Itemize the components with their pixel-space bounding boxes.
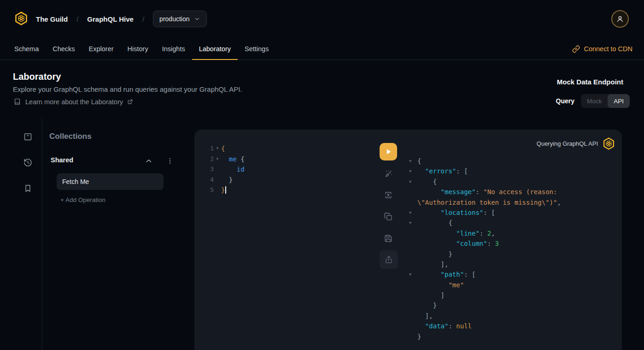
- fold-gutter: [405, 259, 417, 269]
- query-editor[interactable]: 1▼{2▼ me {3 id4 }5}: [194, 143, 245, 196]
- breadcrumb-project[interactable]: GraphQL Hive: [87, 15, 134, 23]
- code-line: "line": 2,: [405, 228, 561, 238]
- chevron-up-icon[interactable]: [145, 157, 153, 165]
- tab-checks[interactable]: Checks: [46, 38, 82, 59]
- breadcrumb-separator: /: [142, 15, 144, 23]
- code-line: ▼ "errors": [: [405, 166, 561, 176]
- execute-query-button[interactable]: [380, 143, 397, 160]
- code-line: ▼ "path": [: [405, 269, 561, 279]
- copy-icon[interactable]: [383, 212, 393, 222]
- collection-group-shared[interactable]: Shared: [51, 156, 73, 164]
- breadcrumb: The Guild / GraphQL Hive / production: [36, 0, 207, 38]
- rail-divider: [42, 118, 42, 350]
- page-title: Laboratory: [13, 71, 61, 82]
- code-line: "column": 3: [405, 238, 561, 249]
- code-line: 4 }: [194, 175, 245, 185]
- graphiql-panel: 1▼{2▼ me {3 id4 }5}: [194, 130, 622, 350]
- tab-settings[interactable]: Settings: [238, 38, 275, 59]
- operation-collections-icon[interactable]: [23, 132, 33, 142]
- fold-arrow-icon[interactable]: ▼: [405, 218, 417, 228]
- fold-gutter: [405, 228, 417, 238]
- fold-gutter: [405, 321, 417, 331]
- tab-history[interactable]: History: [121, 38, 155, 59]
- hive-logo-small: [603, 137, 615, 150]
- kebab-menu-icon[interactable]: [166, 157, 174, 165]
- fold-arrow-icon[interactable]: ▼: [405, 166, 417, 176]
- code-line: ▼ {: [405, 177, 561, 187]
- history-icon[interactable]: [23, 158, 33, 167]
- fold-gutter: [405, 238, 417, 249]
- page-subtitle: Explore your GraphQL schema and run quer…: [13, 85, 242, 93]
- learn-more-label: Learn more about the Laboratory: [25, 98, 123, 106]
- fold-gutter: [214, 164, 221, 175]
- code-line: "me": [405, 280, 561, 290]
- text-cursor: [225, 186, 226, 194]
- fold-gutter: [214, 185, 221, 196]
- merge-fragments-icon[interactable]: [383, 190, 393, 200]
- tab-schema[interactable]: Schema: [7, 38, 46, 59]
- fold-arrow-icon[interactable]: ▼: [405, 269, 417, 279]
- connect-to-cdn-link[interactable]: Connect to CDN: [572, 38, 632, 60]
- hive-logo[interactable]: [14, 12, 28, 25]
- target-selector-value: production: [159, 15, 189, 23]
- user-avatar-button[interactable]: [611, 10, 629, 28]
- code-line: ▼ "locations": [: [405, 208, 561, 218]
- code-line: 5}: [194, 185, 245, 196]
- tab-laboratory[interactable]: Laboratory: [192, 38, 238, 59]
- link-icon: [572, 45, 580, 53]
- code-line: ],: [405, 311, 561, 321]
- connect-to-cdn-label: Connect to CDN: [584, 45, 632, 53]
- operation-item[interactable]: Fetch Me: [57, 173, 164, 190]
- code-line: }: [405, 332, 561, 342]
- add-operation-button[interactable]: + Add Operation: [60, 196, 105, 203]
- fold-arrow-icon[interactable]: ▼: [214, 143, 221, 154]
- play-icon: [384, 148, 392, 156]
- external-link-icon: [127, 99, 133, 105]
- fold-arrow-icon[interactable]: ▼: [405, 156, 417, 166]
- learn-more-link[interactable]: Learn more about the Laboratory: [13, 98, 133, 106]
- code-line: ]: [405, 290, 561, 300]
- prettify-icon[interactable]: [383, 169, 393, 179]
- fold-gutter: [405, 187, 417, 197]
- fold-gutter: [405, 249, 417, 259]
- toggle-option-api[interactable]: API: [608, 94, 630, 108]
- fold-arrow-icon[interactable]: ▼: [405, 208, 417, 218]
- response-status-label: Querying GraphQL API: [537, 140, 598, 147]
- endpoint-toggle-row: Query MockAPI: [556, 94, 630, 108]
- mock-endpoint-title: Mock Data Endpoint: [557, 78, 623, 86]
- response-status: Querying GraphQL API: [537, 137, 615, 150]
- nav-tabs: SchemaChecksExplorerHistoryInsightsLabor…: [0, 38, 644, 60]
- response-viewer: ▼{▼ "errors": [▼ { "message": "No access…: [405, 156, 561, 342]
- person-icon: [615, 14, 625, 24]
- operations-list: Fetch Me: [57, 173, 164, 190]
- code-line: 1▼{: [194, 143, 245, 154]
- code-line: ],: [405, 259, 561, 269]
- fold-gutter: [405, 197, 417, 208]
- fold-gutter: [405, 290, 417, 300]
- query-label: Query: [556, 97, 574, 105]
- code-line: }: [405, 249, 561, 259]
- chevron-down-icon: [194, 16, 200, 22]
- endpoint-toggle: MockAPI: [581, 94, 630, 108]
- code-line: 3 id: [194, 164, 245, 175]
- fold-gutter: [405, 300, 417, 310]
- toggle-option-mock[interactable]: Mock: [581, 94, 608, 108]
- code-line: }: [405, 300, 561, 310]
- fold-gutter: [405, 280, 417, 290]
- breadcrumb-org[interactable]: The Guild: [36, 15, 68, 23]
- share-button[interactable]: [380, 250, 398, 269]
- fold-arrow-icon[interactable]: ▼: [214, 154, 221, 165]
- save-icon[interactable]: [383, 233, 393, 243]
- code-line: ▼ {: [405, 218, 561, 228]
- fold-gutter: [405, 311, 417, 321]
- breadcrumb-separator: /: [76, 15, 78, 23]
- collections-heading: Collections: [49, 132, 92, 141]
- share-icon: [384, 255, 394, 265]
- tab-insights[interactable]: Insights: [155, 38, 192, 59]
- book-icon: [13, 98, 21, 106]
- bookmark-icon[interactable]: [23, 184, 33, 193]
- target-selector-button[interactable]: production: [153, 11, 206, 27]
- fold-arrow-icon[interactable]: ▼: [405, 177, 417, 187]
- code-line: "data": null: [405, 321, 561, 331]
- tab-explorer[interactable]: Explorer: [82, 38, 121, 59]
